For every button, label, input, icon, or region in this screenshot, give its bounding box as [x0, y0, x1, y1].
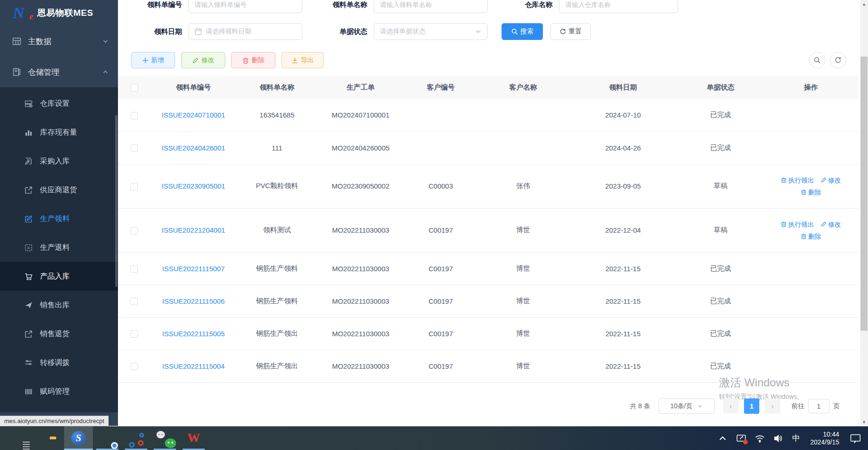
taskbar-app-wps-office[interactable]: W [179, 426, 208, 450]
pagination: 共 8 条 10条/页 ‹ 1 › 前往 页 [630, 398, 840, 414]
sidebar-item-生产领料[interactable]: 生产领料 [0, 204, 118, 233]
page-size-select[interactable]: 10条/页 [659, 398, 715, 414]
sidebar-item-生产退料[interactable]: A生产退料 [0, 233, 118, 262]
next-page-button[interactable]: › [765, 398, 780, 414]
taskbar-app-remote-assist-app[interactable] [122, 426, 150, 450]
issue-date-cell: 2024-04-26 [568, 131, 678, 164]
prev-page-button[interactable]: ‹ [723, 398, 738, 414]
refresh-table-button[interactable] [830, 52, 846, 68]
row-checkbox[interactable] [131, 265, 138, 273]
issue-code-link[interactable]: ISSUE20221115006 [162, 297, 225, 305]
send-icon [24, 301, 33, 310]
wifi-icon[interactable] [755, 433, 765, 443]
sidebar-item-库存现有量[interactable]: 库存现有量 [0, 118, 118, 147]
row-checkbox[interactable] [131, 112, 138, 119]
column-header: 领料日期 [568, 76, 678, 99]
execute-issue-link[interactable]: 执行领出 [781, 176, 814, 184]
row-checkbox[interactable] [131, 144, 138, 152]
modify-link[interactable]: 修改 [821, 176, 841, 184]
search-button[interactable]: 搜索 [502, 23, 543, 40]
refresh-icon [560, 28, 566, 35]
issue-code-link[interactable]: ISSUE20221115004 [162, 362, 225, 370]
execute-issue-link[interactable]: 执行领出 [781, 221, 814, 228]
row-checkbox[interactable] [131, 330, 138, 338]
sidebar-item-供应商退货[interactable]: 供应商退货 [0, 176, 118, 204]
status-select[interactable]: 请选择单据状态 [374, 23, 488, 40]
chevron-down-icon [697, 403, 703, 409]
work-order-cell: MO202309050002 [318, 164, 404, 208]
sidebar-item-赋码管理[interactable]: 赋码管理 [0, 377, 118, 406]
status-cell: 草稿 [678, 164, 764, 208]
modify-link[interactable]: 修改 [821, 221, 841, 228]
row-checkbox[interactable] [131, 227, 138, 235]
cast-screen-icon[interactable] [736, 433, 746, 443]
archive-icon [12, 67, 21, 77]
speaker-icon[interactable] [773, 433, 783, 443]
issue-name-cell: 钢筋生产领出 [236, 317, 318, 350]
taskbar-app-text-document[interactable] [7, 426, 35, 450]
export-button[interactable]: 导出 [281, 52, 324, 68]
tray-clock[interactable]: 10:44 2024/9/15 [810, 430, 839, 446]
action-center-icon[interactable] [849, 433, 861, 443]
reset-button[interactable]: 重置 [550, 23, 591, 40]
table-row: ISSUE20221115004钢筋生产领出MO202211030003C001… [118, 350, 858, 382]
issue-code-link[interactable]: ISSUE20221115005 [162, 330, 225, 338]
issue-date-cell: 2022-11-15 [568, 252, 678, 285]
add-button[interactable]: 新增 [131, 52, 175, 68]
sidebar-item-仓库设置[interactable]: 仓库设置 [0, 89, 118, 118]
browser-scrollbar[interactable]: ▲ ▼ [860, 0, 868, 426]
sidebar-item-销售出库[interactable]: 销售出库 [0, 291, 118, 320]
warehouse-name-input[interactable] [559, 0, 678, 13]
chevron-down-icon [102, 38, 109, 45]
sidebar-group-warehouse[interactable]: 仓储管理 [0, 57, 118, 87]
scroll-down-arrow[interactable]: ▼ [860, 418, 868, 426]
issue-date-cell: 2022-11-15 [568, 285, 678, 317]
tray-chevron-up-icon[interactable] [718, 433, 728, 443]
page-number-1[interactable]: 1 [744, 398, 759, 414]
goto-page-input[interactable] [808, 399, 829, 413]
issue-code-input[interactable] [189, 0, 302, 13]
sidebar-group-master-data[interactable]: 主数据 [0, 26, 118, 57]
status-cell: 已完成 [678, 252, 764, 285]
customer-name-cell: 博世 [478, 317, 568, 350]
plus-icon [142, 57, 149, 64]
sidebar-item-销售退货[interactable]: 销售退货 [0, 320, 118, 348]
actions-cell [764, 317, 858, 350]
scroll-up-arrow[interactable]: ▲ [860, 0, 868, 8]
edit-button[interactable]: 修改 [181, 52, 225, 68]
grid-icon [12, 37, 21, 46]
issue-name-cell: 钢筋生产领出 [236, 350, 318, 382]
select-all-checkbox[interactable] [131, 84, 138, 91]
delete-link[interactable]: 删除 [801, 189, 821, 196]
sidebar-item-label: 转移调拨 [40, 358, 70, 368]
sidebar-item-产品入库[interactable]: 产品入库 [0, 262, 118, 291]
toggle-search-button[interactable] [809, 52, 825, 68]
delete-link[interactable]: 删除 [801, 233, 821, 240]
taskbar-app-file-explorer[interactable] [35, 426, 64, 450]
row-checkbox[interactable] [131, 183, 138, 190]
issue-code-link[interactable]: ISSUE20221115007 [162, 265, 225, 273]
sidebar-scrollbar[interactable] [115, 115, 117, 287]
issue-code-link[interactable]: ISSUE20240710001 [162, 111, 225, 119]
column-header: 客户编号 [404, 76, 478, 99]
taskbar-app-wechat[interactable] [150, 426, 179, 450]
actions-cell [764, 131, 858, 164]
row-checkbox[interactable] [131, 363, 138, 370]
scrollbar-thumb[interactable] [861, 57, 868, 331]
ime-indicator[interactable]: 中 [792, 433, 800, 443]
issue-code-link[interactable]: ISSUE20240426001 [162, 144, 225, 152]
row-checkbox[interactable] [131, 298, 138, 305]
sidebar-item-采购入库[interactable]: 采购入库 [0, 147, 118, 176]
issue-code-link[interactable]: ISSUE20221204001 [162, 226, 225, 234]
issue-name-input[interactable] [374, 0, 488, 13]
taskbar-app-sogou-browser[interactable]: S [64, 426, 93, 450]
windows-taskbar: SW 中 10:44 2024/9/15 [0, 426, 868, 450]
issue-code-link[interactable]: ISSUE20230905001 [162, 182, 225, 190]
sidebar-item-转移调拨[interactable]: 转移调拨 [0, 348, 118, 377]
delete-button[interactable]: 删除 [231, 52, 275, 68]
taskbar-app-chrome[interactable] [93, 426, 122, 450]
issue-date-input[interactable]: 请选择领料日期 [189, 23, 302, 40]
search-form-row-2: 领料日期 请选择领料日期 单据状态 请选择单据状态 搜索 重置 [118, 23, 858, 40]
sidebar: Ne 恩易物联MES 主数据仓储管理 仓库设置库存现有量采购入库供应商退货生产领… [0, 0, 118, 426]
work-order-cell: MO202211030003 [318, 252, 404, 285]
